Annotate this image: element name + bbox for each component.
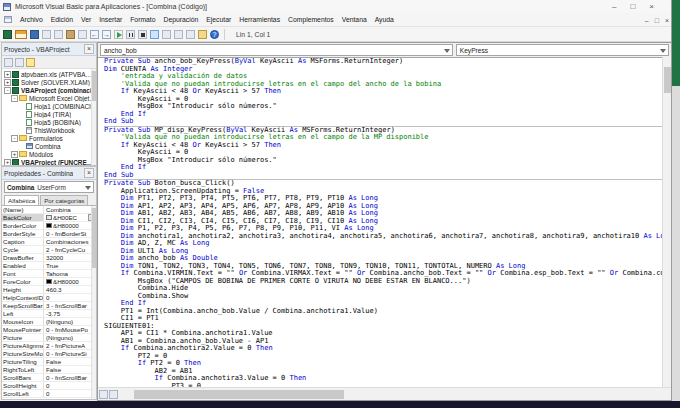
paste-icon[interactable] [66, 30, 75, 39]
property-value[interactable]: False [44, 358, 96, 365]
property-row[interactable]: FontTahoma [2, 270, 96, 278]
toggle-folders-icon[interactable] [26, 58, 35, 67]
expand-icon[interactable]: + [4, 71, 11, 78]
menu-ayuda[interactable]: Ayuda [371, 16, 398, 23]
property-row[interactable]: RightToLeftFalse [2, 366, 96, 374]
property-value[interactable]: 0 [44, 382, 96, 389]
property-value[interactable]: 0 - fmScrollBar [44, 374, 96, 381]
tree-item[interactable]: +VBAProject (FUNCRES.XL [2, 158, 96, 165]
property-value[interactable]: (Ninguno) [44, 318, 96, 325]
menu-formato[interactable]: Formato [126, 16, 159, 23]
code-horizontal-scrollbar[interactable] [98, 387, 672, 400]
property-row[interactable]: Height460.3 [2, 286, 96, 294]
view-object-icon[interactable] [15, 58, 24, 67]
save-icon[interactable] [30, 30, 39, 39]
tree-item[interactable]: -Microsoft Excel Objetos [2, 94, 96, 102]
property-value[interactable]: Combina [44, 206, 96, 213]
tree-item[interactable]: ThisWorkbook [2, 126, 96, 134]
property-row[interactable]: CaptionCombinaciones [2, 238, 96, 246]
menu-depuracion[interactable]: Depuración [160, 16, 203, 23]
property-row[interactable]: BorderStyle0 - fmBorderSt [2, 230, 96, 238]
tree-item[interactable]: Hoja5 (BOBINA) [2, 118, 96, 126]
property-value[interactable]: 460.3 [44, 286, 96, 293]
property-row[interactable]: KeepScrollBarsV3 - fmScrollBar [2, 302, 96, 310]
properties-close-icon[interactable]: × [84, 168, 94, 178]
property-value[interactable]: 0 - fmPictureSi [44, 350, 96, 357]
property-row[interactable]: EnabledTrue [2, 262, 96, 270]
property-row[interactable]: MousePointer0 - fmMousePo [2, 326, 96, 334]
expand-icon[interactable]: + [11, 151, 18, 158]
break-icon[interactable] [126, 30, 135, 39]
property-row[interactable]: PictureTilingFalse [2, 358, 96, 366]
object-combo[interactable]: ancho_bob [100, 44, 453, 56]
property-value[interactable]: -3.75 [44, 310, 96, 317]
full-module-view-icon[interactable] [109, 390, 118, 399]
property-value[interactable]: 3 - fmScrollBar [44, 302, 96, 309]
property-value[interactable]: Tahoma [44, 270, 96, 277]
property-value[interactable]: True [44, 262, 96, 269]
tree-item[interactable]: Hoja1 (COMBINACIO [2, 102, 96, 110]
view-code-icon[interactable] [4, 58, 13, 67]
property-row[interactable]: BackColor&H00EC▾ [2, 214, 96, 222]
properties-window-icon[interactable] [174, 30, 183, 39]
collapse-icon[interactable]: - [11, 95, 18, 102]
collapse-icon[interactable]: - [11, 135, 18, 142]
tree-item[interactable]: +Solver (SOLVER.XLAM) [2, 78, 96, 86]
menu-herramientas[interactable]: Herramientas [235, 16, 284, 23]
design-mode-icon[interactable] [150, 30, 159, 39]
property-row[interactable]: DrawBuffer32000 [2, 254, 96, 262]
property-value[interactable]: 0 [44, 390, 96, 397]
object-browser-icon[interactable] [186, 30, 195, 39]
property-row[interactable]: ScrollHeight0 [2, 382, 96, 390]
menu-complementos[interactable]: Complementos [284, 16, 338, 23]
cut-icon[interactable] [42, 30, 51, 39]
property-value[interactable]: 0 - fmBorderSt [44, 230, 96, 237]
menu-ver[interactable]: Ver [77, 16, 95, 23]
collapse-icon[interactable]: - [4, 87, 11, 94]
tree-item[interactable]: +Módulos [2, 150, 96, 158]
property-row[interactable]: PictureAlignmen2 - fmPictureA [2, 342, 96, 350]
code-vertical-scrollbar[interactable] [662, 57, 671, 388]
minimize-button[interactable]: – [612, 3, 616, 11]
property-row[interactable]: BorderColor&H80000 [2, 222, 96, 230]
undo-icon[interactable]: ← [90, 30, 99, 39]
vertical-scroll-thumb[interactable] [664, 67, 671, 93]
code-editor[interactable]: Private Sub ancho_bob_KeyPress(ByVal Key… [98, 57, 662, 388]
tree-item[interactable]: -VBAProject (combinacio [2, 86, 96, 94]
property-row[interactable]: Cycle2 - fmCycleCu [2, 246, 96, 254]
expand-icon[interactable]: + [4, 159, 11, 166]
expand-icon[interactable]: + [4, 79, 11, 86]
property-value[interactable]: 2 - fmCycleCu [44, 246, 96, 253]
properties-scrollbar[interactable] [91, 206, 96, 400]
property-row[interactable]: ForeColor&H80000 [2, 278, 96, 286]
object-selector-combo[interactable]: Combina UserForm [4, 181, 94, 193]
property-row[interactable]: Left-3.75 [2, 310, 96, 318]
horizontal-scroll-thumb[interactable] [134, 390, 344, 399]
property-row[interactable]: (Name)Combina [2, 206, 96, 214]
redo-icon[interactable]: → [102, 30, 111, 39]
menu-ventana[interactable]: Ventana [338, 16, 371, 23]
tab-alphabetic[interactable]: Alfabética [4, 195, 39, 205]
property-row[interactable]: MouseIcon(Ninguno) [2, 318, 96, 326]
view-excel-icon[interactable] [3, 30, 12, 39]
property-row[interactable]: Picture(Ninguno) [2, 334, 96, 342]
insert-userform-icon[interactable] [15, 30, 27, 39]
menu-archivo[interactable]: Archivo [16, 16, 47, 23]
property-value[interactable]: 0 - fmMousePo [44, 326, 96, 333]
project-close-icon[interactable]: × [84, 44, 94, 54]
copy-icon[interactable] [54, 30, 63, 39]
reset-icon[interactable] [138, 30, 147, 39]
property-value[interactable]: &H80000 [44, 278, 96, 285]
property-value[interactable]: False [44, 366, 96, 373]
close-button[interactable]: × [649, 3, 654, 11]
maximize-button[interactable]: □ [630, 3, 635, 11]
title-bar[interactable]: Microsoft Visual Basic para Aplicaciones… [0, 0, 672, 13]
property-value[interactable]: &H80000 [44, 222, 96, 229]
menu-insertar[interactable]: Insertar [95, 16, 126, 23]
tree-item[interactable]: -Formularios [2, 134, 96, 142]
help-icon[interactable]: ? [210, 30, 219, 39]
property-row[interactable]: ScrollLeft0 [2, 390, 96, 398]
child-close-button[interactable]: × [665, 17, 669, 24]
tree-item[interactable]: +atpvbaen.xls (ATPVBAEN.X [2, 70, 96, 78]
procedure-view-icon[interactable] [99, 390, 108, 399]
